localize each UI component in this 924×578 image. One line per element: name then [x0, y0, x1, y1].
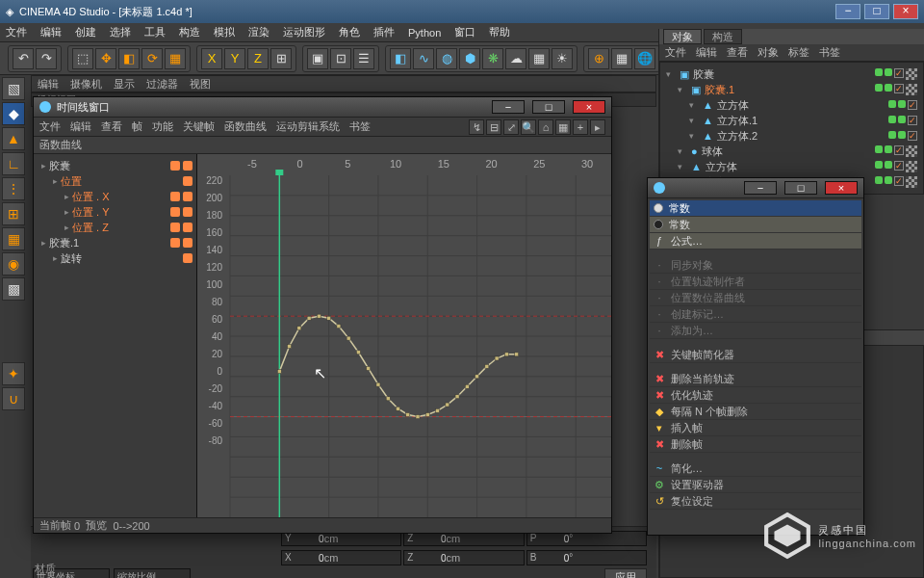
menu-item[interactable]: 摄像机 — [70, 77, 102, 92]
rotate-icon[interactable]: ⟳ — [141, 48, 163, 69]
ctx-command-item[interactable]: ✖删除当前轨迹 — [650, 371, 861, 387]
browser-icon[interactable]: 🌐 — [634, 48, 655, 69]
track-row[interactable]: ▸位置 . Z — [38, 220, 192, 235]
menu-item[interactable]: 书签 — [819, 45, 840, 60]
os-max-button[interactable]: □ — [864, 4, 889, 19]
os-close-button[interactable]: × — [893, 4, 918, 19]
track-row[interactable]: ▸位置 . X — [38, 189, 192, 204]
scale-select[interactable]: 缩放比例 — [114, 568, 191, 578]
tl-tool-icon[interactable]: ⤢ — [503, 119, 519, 135]
ctx-command-item[interactable]: ~简化… — [650, 460, 861, 477]
menu-item[interactable]: 运动图形 — [283, 25, 325, 39]
redo-icon[interactable]: ↷ — [36, 48, 57, 69]
ctx-max-button[interactable]: □ — [784, 181, 817, 195]
ctx-command-item[interactable]: ⚙设置驱动器 — [650, 477, 861, 493]
menu-item[interactable]: 创建 — [75, 25, 96, 39]
lock-z-icon[interactable]: Z — [247, 48, 269, 69]
menu-item[interactable]: Python — [408, 27, 441, 39]
poly-mode-icon[interactable]: ▦ — [2, 227, 25, 250]
nurbs-icon[interactable]: ◍ — [436, 48, 457, 69]
object-row[interactable]: ▾▲立方体.1 — [666, 113, 917, 128]
menu-item[interactable]: 查看 — [101, 119, 122, 134]
magnet-icon[interactable]: ∪ — [2, 387, 25, 410]
tab-structure[interactable]: 构造 — [704, 29, 742, 44]
snap-icon[interactable]: ⊕ — [588, 48, 609, 69]
point-mode-icon[interactable]: ⋮ — [2, 177, 25, 200]
menu-item[interactable]: 视图 — [190, 77, 211, 92]
tl-tool-icon[interactable]: ⊟ — [486, 119, 501, 135]
ctx-command-item[interactable]: ↺复位设定 — [650, 493, 861, 510]
ctx-min-button[interactable]: − — [744, 181, 777, 195]
tl-tool-icon[interactable]: ↯ — [469, 119, 484, 135]
ctx-radio-item[interactable]: 常数 — [650, 200, 861, 217]
light-icon[interactable]: ☀ — [552, 48, 573, 69]
camera-icon[interactable]: ▦ — [528, 48, 550, 69]
axis-mode-icon[interactable]: ∟ — [2, 152, 25, 175]
object-tree[interactable]: ▾▣胶囊▾▣胶囊.1▾▲立方体▾▲立方体.1▾▲立方体.2▾●球体▾▲立方体▾▲… — [659, 62, 924, 195]
environment-icon[interactable]: ☁ — [505, 48, 526, 69]
coord-z2[interactable]: Z cm — [403, 550, 524, 565]
menu-item[interactable]: 窗口 — [454, 25, 475, 39]
object-row[interactable]: ▾▣胶囊.1 — [666, 82, 917, 97]
object-row[interactable]: ▾▲立方体 — [666, 159, 917, 174]
menu-item[interactable]: 插件 — [373, 25, 395, 39]
menu-item[interactable]: 选择 — [110, 25, 131, 39]
menu-item[interactable]: 查看 — [727, 45, 748, 60]
menu-item[interactable]: 模拟 — [214, 25, 235, 39]
tl-close-button[interactable]: × — [573, 100, 605, 114]
texture-mode-icon[interactable]: ◉ — [2, 252, 25, 276]
track-row[interactable]: ▸胶囊.1 — [38, 235, 192, 250]
menu-item[interactable]: 书签 — [349, 119, 371, 134]
menu-item[interactable]: 帧 — [132, 119, 142, 134]
uv-mode-icon[interactable]: ▩ — [2, 277, 25, 301]
menu-item[interactable]: 帮助 — [489, 25, 510, 39]
menu-item[interactable]: 编辑 — [696, 45, 717, 60]
menu-item[interactable]: 编辑 — [38, 77, 59, 92]
menu-item[interactable]: 角色 — [339, 25, 360, 39]
track-row[interactable]: ▸位置 . Y — [38, 204, 192, 220]
cube-icon[interactable]: ◧ — [390, 48, 411, 69]
menu-item[interactable]: 文件 — [6, 25, 27, 39]
deformer-icon[interactable]: ❋ — [482, 48, 503, 69]
ctx-radio-item[interactable]: 常数 — [650, 217, 861, 233]
menu-item[interactable]: 函数曲线 — [224, 119, 267, 134]
tab-objects[interactable]: 对象 — [663, 29, 702, 44]
render-settings-icon[interactable]: ☰ — [353, 48, 374, 69]
scale-icon[interactable]: ◧ — [118, 48, 140, 69]
tl-tool-icon[interactable]: ⌂ — [538, 119, 553, 135]
generator-icon[interactable]: ⬢ — [459, 48, 480, 69]
menu-item[interactable]: 文件 — [665, 45, 686, 60]
object-row[interactable]: ▾▣胶囊 — [666, 66, 917, 82]
object-mode-icon[interactable]: ▲ — [2, 127, 25, 150]
ctx-command-item[interactable]: ✖删除帧 — [650, 436, 861, 453]
menu-item[interactable]: 功能 — [152, 119, 173, 134]
curve-canvas[interactable] — [197, 154, 611, 517]
menu-item[interactable]: 渲染 — [248, 25, 270, 39]
make-editable-icon[interactable]: ▧ — [2, 77, 25, 100]
menu-item[interactable]: 工具 — [144, 25, 166, 39]
tl-tool-icon[interactable]: ▸ — [590, 119, 605, 135]
tweak-icon[interactable]: ✦ — [2, 362, 25, 385]
menu-item[interactable]: 编辑 — [70, 119, 91, 134]
last-tool-icon[interactable]: ▦ — [165, 48, 186, 69]
track-row[interactable]: ▸旋转 — [38, 250, 192, 266]
os-min-button[interactable]: − — [835, 4, 860, 19]
timeline-titlebar[interactable]: 时间线窗口 − □ × — [34, 97, 611, 118]
spline-icon[interactable]: ∿ — [413, 48, 434, 69]
render-icon[interactable]: ▣ — [307, 48, 328, 69]
edge-mode-icon[interactable]: ⊞ — [2, 202, 25, 225]
model-mode-icon[interactable]: ◆ — [2, 102, 25, 125]
move-icon[interactable]: ✥ — [95, 48, 116, 69]
grid-icon[interactable]: ▦ — [611, 48, 632, 69]
tl-tool-icon[interactable]: + — [573, 119, 588, 135]
tl-max-button[interactable]: □ — [532, 100, 565, 114]
menu-item[interactable]: 运动剪辑系统 — [276, 119, 340, 134]
object-row[interactable]: ▾●球体 — [666, 144, 917, 159]
ctx-command-item[interactable]: ✖关键帧简化器 — [650, 347, 861, 363]
ctx-close-button[interactable]: × — [825, 181, 858, 195]
fcurve-graph[interactable]: -5051015202530 2202001801601401201008060… — [197, 154, 611, 517]
ctx-command-item[interactable]: ▾插入帧 — [650, 420, 861, 436]
menu-item[interactable]: 对象 — [757, 45, 779, 60]
ctx-formula-item[interactable]: ƒ公式… — [650, 233, 861, 250]
ctx-command-item[interactable]: ◆每隔 N 个帧删除 — [650, 404, 861, 420]
